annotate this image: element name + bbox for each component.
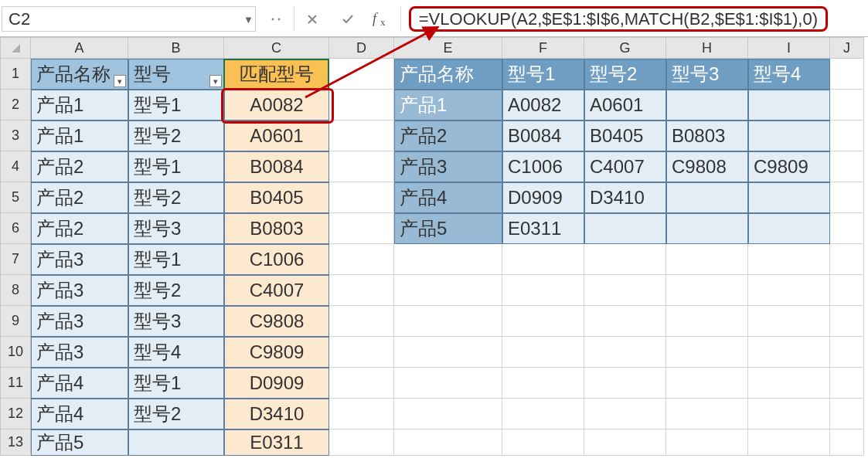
cell-J7[interactable] — [830, 244, 864, 275]
cell-G9[interactable] — [584, 306, 666, 337]
cell-F12[interactable] — [502, 399, 584, 429]
cell-B1[interactable]: 型号▾ — [128, 59, 224, 90]
cell-H4[interactable]: C9808 — [666, 151, 748, 182]
cell-F1[interactable]: 型号1 — [502, 59, 584, 90]
fx-icon[interactable]: f x — [366, 6, 401, 32]
cell-H1[interactable]: 型号3 — [666, 59, 748, 90]
cell-B5[interactable]: 型号2 — [128, 182, 224, 213]
select-all-corner[interactable] — [0, 37, 31, 59]
cell-H5[interactable] — [666, 182, 748, 213]
cell-G4[interactable]: C4007 — [584, 151, 666, 182]
row-header-11[interactable]: 11 — [0, 368, 31, 399]
cell-I2[interactable] — [748, 90, 830, 120]
cell-G5[interactable]: D3410 — [584, 182, 666, 213]
cell-D8[interactable] — [329, 275, 394, 306]
row-header-13[interactable]: 13 — [0, 429, 31, 456]
cell-J9[interactable] — [830, 306, 864, 337]
cell-A4[interactable]: 产品2 — [31, 151, 128, 182]
cell-A9[interactable]: 产品3 — [31, 306, 128, 337]
cell-D4[interactable] — [329, 151, 394, 182]
expand-icon[interactable] — [259, 6, 294, 32]
cell-C3[interactable]: A0601 — [224, 120, 329, 151]
cell-D7[interactable] — [329, 244, 394, 275]
cell-G7[interactable] — [584, 244, 666, 275]
cell-G6[interactable] — [584, 213, 666, 244]
cell-I1[interactable]: 型号4 — [748, 59, 830, 90]
confirm-icon[interactable] — [330, 6, 366, 32]
cell-F4[interactable]: C1006 — [502, 151, 584, 182]
cell-D13[interactable] — [329, 429, 394, 456]
row-header-10[interactable]: 10 — [0, 337, 31, 368]
cell-E1[interactable]: 产品名称 — [394, 59, 502, 90]
cell-F7[interactable] — [502, 244, 584, 275]
cell-E7[interactable] — [394, 244, 502, 275]
cell-D9[interactable] — [329, 306, 394, 337]
cell-J3[interactable] — [830, 120, 864, 151]
name-box[interactable]: C2 ▼ — [2, 6, 256, 32]
col-header-A[interactable]: A — [31, 37, 128, 59]
cell-C10[interactable]: C9809 — [224, 337, 329, 368]
cell-J6[interactable] — [830, 213, 864, 244]
cell-E12[interactable] — [394, 399, 502, 429]
cell-C8[interactable]: C4007 — [224, 275, 329, 306]
row-header-1[interactable]: 1 — [0, 59, 31, 90]
cell-F8[interactable] — [502, 275, 584, 306]
cell-D2[interactable] — [329, 90, 394, 120]
cell-C12[interactable]: D3410 — [224, 399, 329, 429]
col-header-D[interactable]: D — [329, 37, 394, 59]
cell-I9[interactable] — [748, 306, 830, 337]
cell-A8[interactable]: 产品3 — [31, 275, 128, 306]
cell-G11[interactable] — [584, 368, 666, 399]
cell-G3[interactable]: B0405 — [584, 120, 666, 151]
col-header-G[interactable]: G — [584, 37, 666, 59]
cell-G1[interactable]: 型号2 — [584, 59, 666, 90]
cell-H13[interactable] — [666, 429, 748, 456]
cell-G13[interactable] — [584, 429, 666, 456]
col-header-F[interactable]: F — [502, 37, 584, 59]
cell-I13[interactable] — [748, 429, 830, 456]
cell-H8[interactable] — [666, 275, 748, 306]
cell-H11[interactable] — [666, 368, 748, 399]
cell-J11[interactable] — [830, 368, 864, 399]
cell-B9[interactable]: 型号3 — [128, 306, 224, 337]
cell-H10[interactable] — [666, 337, 748, 368]
cell-I6[interactable] — [748, 213, 830, 244]
cell-B8[interactable]: 型号2 — [128, 275, 224, 306]
cell-F11[interactable] — [502, 368, 584, 399]
cell-C7[interactable]: C1006 — [224, 244, 329, 275]
cell-I5[interactable] — [748, 182, 830, 213]
cell-F13[interactable] — [502, 429, 584, 456]
cell-B13[interactable] — [128, 429, 224, 456]
cell-H9[interactable] — [666, 306, 748, 337]
cell-J5[interactable] — [830, 182, 864, 213]
cell-H2[interactable] — [666, 90, 748, 120]
cell-E8[interactable] — [394, 275, 502, 306]
cell-A2[interactable]: 产品1 — [31, 90, 128, 120]
worksheet[interactable]: A B C D E F G H I J 1 2 3 4 5 6 7 8 9 10… — [0, 37, 868, 456]
cell-E13[interactable] — [394, 429, 502, 456]
cell-B12[interactable]: 型号2 — [128, 399, 224, 429]
row-header-3[interactable]: 3 — [0, 120, 31, 151]
cell-J13[interactable] — [830, 429, 864, 456]
cell-I7[interactable] — [748, 244, 830, 275]
cell-J12[interactable] — [830, 399, 864, 429]
cell-G2[interactable]: A0601 — [584, 90, 666, 120]
cell-F5[interactable]: D0909 — [502, 182, 584, 213]
cell-E5[interactable]: 产品4 — [394, 182, 502, 213]
cell-B2[interactable]: 型号1 — [128, 90, 224, 120]
cell-I11[interactable] — [748, 368, 830, 399]
cell-C13[interactable]: E0311 — [224, 429, 329, 456]
cell-D6[interactable] — [329, 213, 394, 244]
row-header-6[interactable]: 6 — [0, 213, 31, 244]
cell-B6[interactable]: 型号3 — [128, 213, 224, 244]
row-header-12[interactable]: 12 — [0, 399, 31, 429]
cell-J2[interactable] — [830, 90, 864, 120]
cell-I10[interactable] — [748, 337, 830, 368]
cell-F2[interactable]: A0082 — [502, 90, 584, 120]
cell-H7[interactable] — [666, 244, 748, 275]
cell-B3[interactable]: 型号2 — [128, 120, 224, 151]
row-header-4[interactable]: 4 — [0, 151, 31, 182]
cell-A7[interactable]: 产品3 — [31, 244, 128, 275]
formula-input[interactable]: =VLOOKUP(A2,$E$1:$I$6,MATCH(B2,$E$1:$I$1… — [409, 6, 828, 32]
cell-C11[interactable]: D0909 — [224, 368, 329, 399]
